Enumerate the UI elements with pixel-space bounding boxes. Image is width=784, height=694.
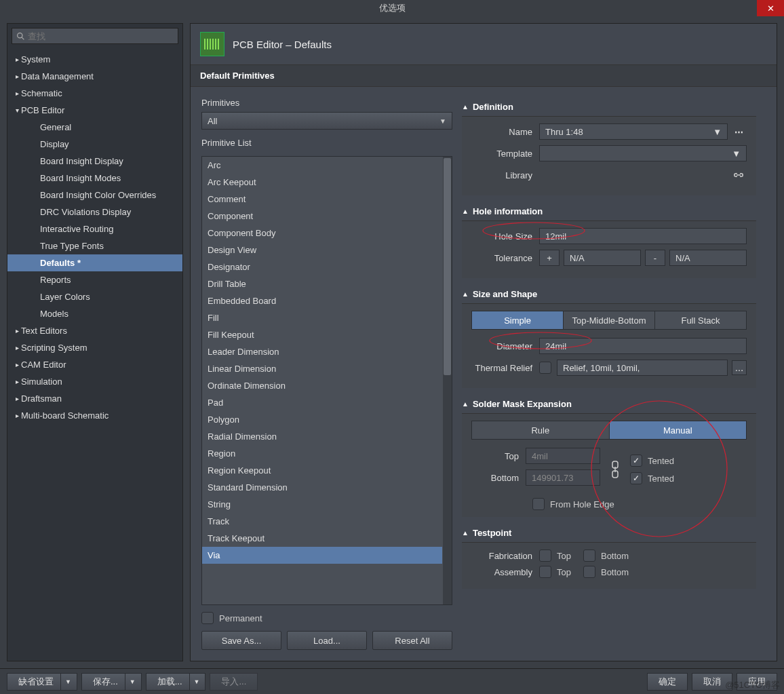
tree-item[interactable]: Board Insight Modes xyxy=(7,170,182,187)
list-item[interactable]: Ordinate Dimension xyxy=(202,377,442,394)
list-item[interactable]: Polygon xyxy=(202,411,442,428)
fabrication-label: Fabrication xyxy=(471,551,539,561)
tree-item[interactable]: True Type Fonts xyxy=(7,237,182,254)
name-label: Name xyxy=(471,127,539,137)
asm-bottom-checkbox[interactable] xyxy=(583,566,595,578)
template-select[interactable]: ▼ xyxy=(539,145,747,161)
tree-item[interactable]: ▸Draftsman xyxy=(7,390,182,407)
tree-item[interactable]: ▸CAM Editor xyxy=(7,356,182,373)
list-item[interactable]: Standard Dimension xyxy=(202,479,442,496)
load-button[interactable]: Load... xyxy=(287,631,367,650)
tab-top-middle-bottom[interactable]: Top-Middle-Bottom xyxy=(564,311,655,329)
link-chain-icon[interactable] xyxy=(607,460,623,479)
hole-size-input[interactable]: 12mil xyxy=(539,228,747,244)
list-item[interactable]: Component Body xyxy=(202,225,442,242)
chevron-down-icon: ▼ xyxy=(732,149,741,159)
list-item[interactable]: String xyxy=(202,496,442,513)
list-item[interactable]: Region xyxy=(202,445,442,462)
tree-item[interactable]: Reports xyxy=(7,271,182,288)
tree-item[interactable]: ▸System xyxy=(7,51,182,68)
footer-load-button[interactable]: 加载...▼ xyxy=(146,673,206,691)
list-item[interactable]: Designator xyxy=(202,258,442,275)
scrollbar[interactable] xyxy=(443,157,452,604)
fab-top-checkbox[interactable] xyxy=(539,550,551,562)
list-item[interactable]: Via xyxy=(202,547,442,564)
footer-import-button[interactable]: 导入... xyxy=(210,673,258,691)
size-shape-header[interactable]: ▲Size and Shape xyxy=(462,285,756,303)
tolerance-minus-input[interactable]: N/A xyxy=(669,250,747,266)
fab-bottom-checkbox[interactable] xyxy=(583,550,595,562)
chevron-down-icon: ▼ xyxy=(713,127,722,137)
thermal-relief-more-button[interactable]: … xyxy=(732,360,747,375)
list-item[interactable]: Design View xyxy=(202,242,442,258)
thermal-relief-value[interactable]: Relief, 10mil, 10mil, xyxy=(557,360,728,376)
list-item[interactable]: Pad xyxy=(202,394,442,411)
mask-top-tented-checkbox[interactable] xyxy=(630,455,642,467)
mask-top-input[interactable]: 4mil xyxy=(526,448,600,464)
reset-all-button[interactable]: Reset All xyxy=(372,631,452,650)
list-item[interactable]: Leader Dimension xyxy=(202,343,442,360)
mask-bottom-tented-checkbox[interactable] xyxy=(630,472,642,484)
primitives-select[interactable]: All ▼ xyxy=(201,112,452,130)
permanent-checkbox[interactable] xyxy=(201,612,214,624)
tree-item[interactable]: Layer Colors xyxy=(7,288,182,305)
tree-item[interactable]: Models xyxy=(7,305,182,322)
list-item[interactable]: Linear Dimension xyxy=(202,360,442,377)
tree-item[interactable]: ▸Schematic xyxy=(7,85,182,102)
list-item[interactable]: Embedded Board xyxy=(202,292,442,309)
tree-item[interactable]: ▸Data Management xyxy=(7,68,182,85)
tree-item[interactable]: General xyxy=(7,119,182,136)
tree-item[interactable]: Interactive Routing xyxy=(7,220,182,237)
save-as-button[interactable]: Save As... xyxy=(201,631,281,650)
solder-mask-header[interactable]: ▲Solder Mask Expansion xyxy=(462,395,756,413)
tab-simple[interactable]: Simple xyxy=(472,311,564,329)
definition-header[interactable]: ▲Definition xyxy=(462,98,756,116)
diameter-input[interactable]: 24mil xyxy=(539,338,747,354)
list-item[interactable]: Region Keepout xyxy=(202,462,442,479)
list-item[interactable]: Track Keepout xyxy=(202,530,442,547)
tab-full-stack[interactable]: Full Stack xyxy=(655,311,746,329)
list-item[interactable]: Track xyxy=(202,513,442,530)
list-item[interactable]: Component xyxy=(202,208,442,225)
testpoint-header[interactable]: ▲Testpoint xyxy=(462,524,756,542)
list-item[interactable]: Arc Keepout xyxy=(202,174,442,191)
ok-button[interactable]: 确定 xyxy=(647,673,688,691)
list-item[interactable]: Arc xyxy=(202,157,442,174)
tree-item[interactable]: Display xyxy=(7,136,182,153)
tree-item[interactable]: ▸Scripting System xyxy=(7,339,182,356)
name-select[interactable]: Thru 1:48▼ xyxy=(539,123,728,140)
tree-item[interactable]: ▸Simulation xyxy=(7,373,182,390)
tab-manual[interactable]: Manual xyxy=(610,421,747,439)
link-icon[interactable] xyxy=(730,167,747,183)
name-more-button[interactable]: ⋯ xyxy=(730,123,747,140)
thermal-relief-checkbox[interactable] xyxy=(539,362,551,374)
search-input[interactable] xyxy=(28,31,174,41)
list-item[interactable]: Fill xyxy=(202,309,442,326)
footer-save-button[interactable]: 保存...▼ xyxy=(81,673,142,691)
search-box[interactable] xyxy=(12,28,178,44)
tree-item[interactable]: ▸Text Editors xyxy=(7,322,182,339)
tree-item[interactable]: DRC Violations Display xyxy=(7,204,182,220)
tree-item[interactable]: ▸Multi-board Schematic xyxy=(7,407,182,424)
asm-top-checkbox[interactable] xyxy=(539,566,551,578)
list-item[interactable]: Comment xyxy=(202,191,442,208)
close-button[interactable]: ✕ xyxy=(757,0,784,16)
preferences-sidebar: ▸System▸Data Management▸Schematic▾PCB Ed… xyxy=(7,23,183,661)
window-title: 优选项 xyxy=(379,2,406,14)
tree-item[interactable]: Board Insight Display xyxy=(7,153,182,170)
tolerance-plus-input[interactable]: N/A xyxy=(564,250,641,266)
mask-bottom-tented-label: Tented xyxy=(648,474,674,484)
hole-info-header[interactable]: ▲Hole information xyxy=(462,202,756,220)
list-item[interactable]: Drill Table xyxy=(202,275,442,292)
tree-item[interactable]: ▾PCB Editor xyxy=(7,102,182,119)
primitive-listbox[interactable]: ArcArc KeepoutCommentComponentComponent … xyxy=(201,156,452,605)
mask-bottom-input[interactable]: 149901.73 xyxy=(526,469,600,486)
tree-item[interactable]: Board Insight Color Overrides xyxy=(7,187,182,204)
tab-rule[interactable]: Rule xyxy=(472,421,610,439)
tree-item[interactable]: Defaults * xyxy=(7,254,182,271)
list-item[interactable]: Fill Keepout xyxy=(202,326,442,343)
list-item[interactable]: Radial Dimension xyxy=(202,428,442,445)
from-hole-edge-checkbox[interactable] xyxy=(532,498,545,510)
preferences-tree[interactable]: ▸System▸Data Management▸Schematic▾PCB Ed… xyxy=(7,48,182,661)
default-settings-button[interactable]: 缺省设置▼ xyxy=(7,673,77,691)
